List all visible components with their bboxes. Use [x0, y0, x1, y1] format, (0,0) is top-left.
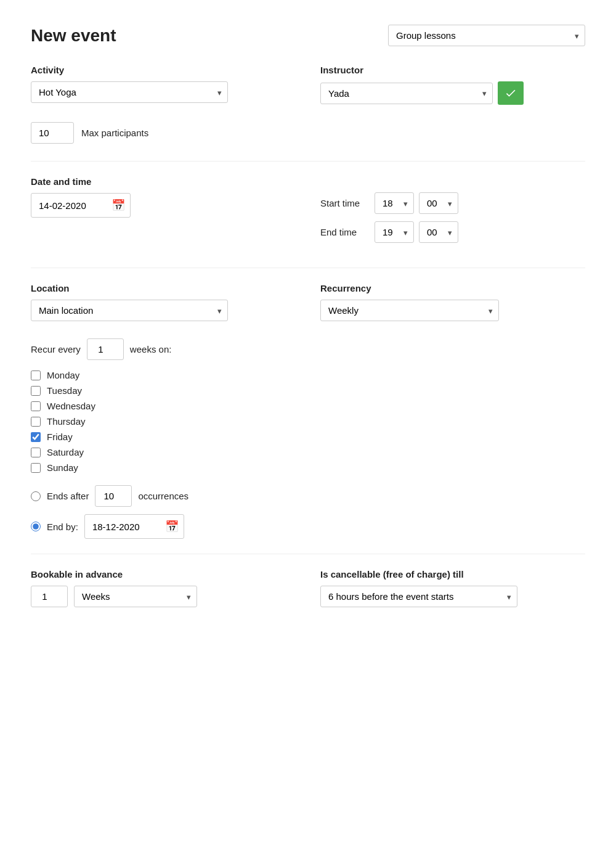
- recur-every-suffix: weeks on:: [130, 344, 172, 354]
- end-by-date-wrapper[interactable]: 📅: [84, 514, 184, 539]
- activity-wrapper[interactable]: Hot Yoga: [31, 81, 228, 103]
- start-min-select[interactable]: 00: [419, 192, 458, 214]
- max-participants-label: Max participants: [81, 128, 148, 138]
- end-time-label: End time: [320, 227, 370, 237]
- page-header: New event Group lessons: [31, 25, 585, 46]
- cancellable-select[interactable]: 6 hours before the event starts: [320, 586, 517, 607]
- bookable-advance-input[interactable]: [31, 586, 68, 607]
- recurrency-select[interactable]: Weekly: [320, 300, 499, 321]
- list-item: Sunday: [31, 462, 585, 473]
- max-participants-section: Max participants: [31, 122, 585, 144]
- monday-label: Monday: [47, 370, 79, 380]
- start-time-row: Start time 18 00: [320, 192, 585, 214]
- instructor-label: Instructor: [320, 65, 585, 75]
- date-input[interactable]: [39, 200, 107, 211]
- monday-checkbox[interactable]: [31, 371, 41, 380]
- end-min-wrapper[interactable]: 00: [419, 221, 458, 243]
- thursday-checkbox[interactable]: [31, 417, 41, 427]
- ends-after-radio[interactable]: [31, 491, 41, 501]
- cancellable-label: Is cancellable (free of charge) till: [320, 569, 585, 579]
- end-time-row: End time 19 00: [320, 221, 585, 243]
- instructor-col: Instructor Yada: [320, 65, 585, 105]
- date-col: Date and time 📅: [31, 176, 296, 250]
- location-wrapper[interactable]: Main location: [31, 300, 228, 321]
- end-by-radio[interactable]: [31, 522, 41, 531]
- start-hour-select[interactable]: 18: [375, 192, 414, 214]
- list-item: Monday: [31, 370, 585, 380]
- end-hour-wrapper[interactable]: 19: [375, 221, 414, 243]
- activity-instructor-section: Activity Hot Yoga Instructor Yada: [31, 65, 585, 105]
- saturday-checkbox[interactable]: [31, 448, 41, 457]
- start-min-wrapper[interactable]: 00: [419, 192, 458, 214]
- end-by-label: End by:: [47, 522, 78, 532]
- bookable-unit-wrapper[interactable]: Weeks: [74, 586, 197, 607]
- date-time-section: Date and time 📅 Start time 18 00: [31, 176, 585, 250]
- friday-label: Friday: [47, 432, 73, 442]
- recurrency-label: Recurrency: [320, 283, 585, 293]
- activity-label: Activity: [31, 65, 296, 75]
- list-item: Friday: [31, 432, 585, 442]
- location-select[interactable]: Main location: [31, 300, 228, 321]
- recurrency-col: Recurrency Weekly: [320, 283, 585, 321]
- tuesday-label: Tuesday: [47, 385, 82, 396]
- wednesday-label: Wednesday: [47, 401, 95, 411]
- sunday-checkbox[interactable]: [31, 463, 41, 473]
- location-recurrency-section: Location Main location Recurrency Weekly: [31, 283, 585, 321]
- date-row: 📅: [31, 193, 296, 218]
- end-by-row: End by: 📅: [31, 514, 585, 539]
- page-title: New event: [31, 26, 116, 46]
- ends-after-row: Ends after occurrences: [31, 485, 585, 507]
- activity-select[interactable]: Hot Yoga: [31, 81, 228, 103]
- saturday-label: Saturday: [47, 447, 84, 457]
- instructor-select[interactable]: Yada: [320, 83, 493, 104]
- bookable-advance-row: Weeks: [31, 586, 296, 607]
- ends-after-label: Ends after: [47, 491, 89, 501]
- cancellable-wrapper[interactable]: 6 hours before the event starts: [320, 586, 517, 607]
- bookable-cancellable-section: Bookable in advance Weeks Is cancellable…: [31, 569, 585, 607]
- sunday-label: Sunday: [47, 462, 78, 473]
- list-item: Saturday: [31, 447, 585, 457]
- days-list: Monday Tuesday Wednesday Thursday Friday…: [31, 370, 585, 473]
- location-label: Location: [31, 283, 296, 293]
- recur-every-input[interactable]: [87, 338, 124, 360]
- date-time-label: Date and time: [31, 176, 296, 187]
- thursday-label: Thursday: [47, 416, 86, 427]
- end-by-calendar-icon[interactable]: 📅: [165, 520, 179, 533]
- list-item: Wednesday: [31, 401, 585, 411]
- recurrency-wrapper[interactable]: Weekly: [320, 300, 499, 321]
- event-type-wrapper[interactable]: Group lessons: [388, 25, 585, 46]
- occurrences-label: occurrences: [138, 491, 188, 501]
- cancellable-col: Is cancellable (free of charge) till 6 h…: [320, 569, 585, 607]
- ends-section: Ends after occurrences End by: 📅: [31, 485, 585, 539]
- recur-every-prefix: Recur every: [31, 344, 81, 354]
- ends-after-input[interactable]: [95, 485, 132, 507]
- start-time-label: Start time: [320, 198, 370, 208]
- list-item: Tuesday: [31, 385, 585, 396]
- instructor-row: Yada: [320, 81, 585, 105]
- wednesday-checkbox[interactable]: [31, 401, 41, 411]
- location-col: Location Main location: [31, 283, 296, 321]
- date-input-wrapper[interactable]: 📅: [31, 193, 131, 218]
- end-min-select[interactable]: 00: [419, 221, 458, 243]
- start-hour-wrapper[interactable]: 18: [375, 192, 414, 214]
- tuesday-checkbox[interactable]: [31, 386, 41, 396]
- bookable-unit-select[interactable]: Weeks: [74, 586, 197, 607]
- bookable-col: Bookable in advance Weeks: [31, 569, 296, 607]
- friday-checkbox[interactable]: [31, 432, 41, 442]
- instructor-confirm-button[interactable]: [498, 81, 524, 105]
- checkmark-icon: [505, 87, 517, 99]
- event-type-select[interactable]: Group lessons: [388, 25, 585, 46]
- list-item: Thursday: [31, 416, 585, 427]
- recur-every-section: Recur every weeks on:: [31, 338, 585, 360]
- bookable-advance-label: Bookable in advance: [31, 569, 296, 579]
- activity-col: Activity Hot Yoga: [31, 65, 296, 105]
- calendar-icon[interactable]: 📅: [111, 199, 125, 212]
- end-hour-select[interactable]: 19: [375, 221, 414, 243]
- max-participants-input[interactable]: [31, 122, 74, 144]
- time-col: Start time 18 00 End time 19: [320, 176, 585, 250]
- end-by-date-input[interactable]: [92, 522, 160, 532]
- instructor-wrapper[interactable]: Yada: [320, 83, 493, 104]
